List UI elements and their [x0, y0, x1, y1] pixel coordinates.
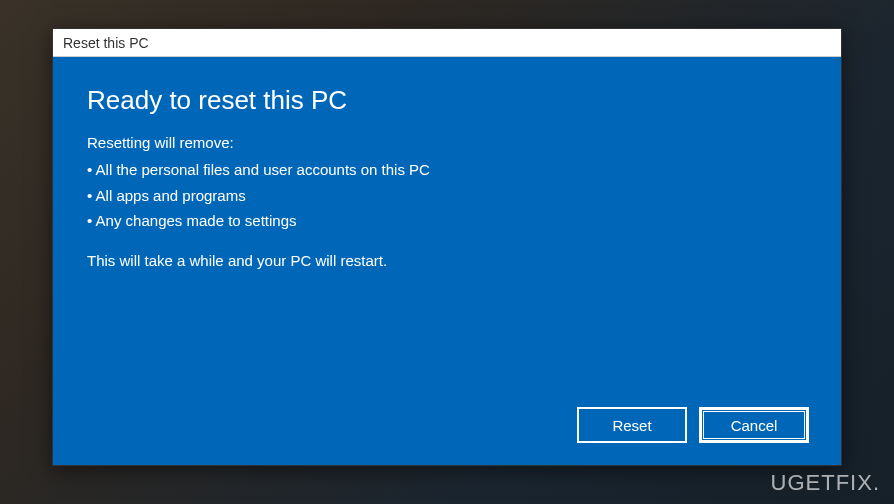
dialog-buttons: Reset Cancel [577, 407, 809, 443]
dialog-title: Reset this PC [63, 35, 149, 51]
dialog-titlebar: Reset this PC [53, 29, 841, 57]
dialog-subheading: Resetting will remove: [87, 134, 807, 151]
reset-button[interactable]: Reset [577, 407, 687, 443]
removal-list: • All the personal files and user accoun… [87, 157, 807, 234]
cancel-button[interactable]: Cancel [699, 407, 809, 443]
watermark-text: UGETFIX. [771, 470, 880, 496]
dialog-content: Ready to reset this PC Resetting will re… [53, 57, 841, 465]
list-item: • Any changes made to settings [87, 208, 807, 234]
list-item: • All the personal files and user accoun… [87, 157, 807, 183]
dialog-heading: Ready to reset this PC [87, 85, 807, 116]
reset-pc-dialog: Reset this PC Ready to reset this PC Res… [52, 28, 842, 466]
dialog-note: This will take a while and your PC will … [87, 252, 807, 269]
list-item: • All apps and programs [87, 183, 807, 209]
